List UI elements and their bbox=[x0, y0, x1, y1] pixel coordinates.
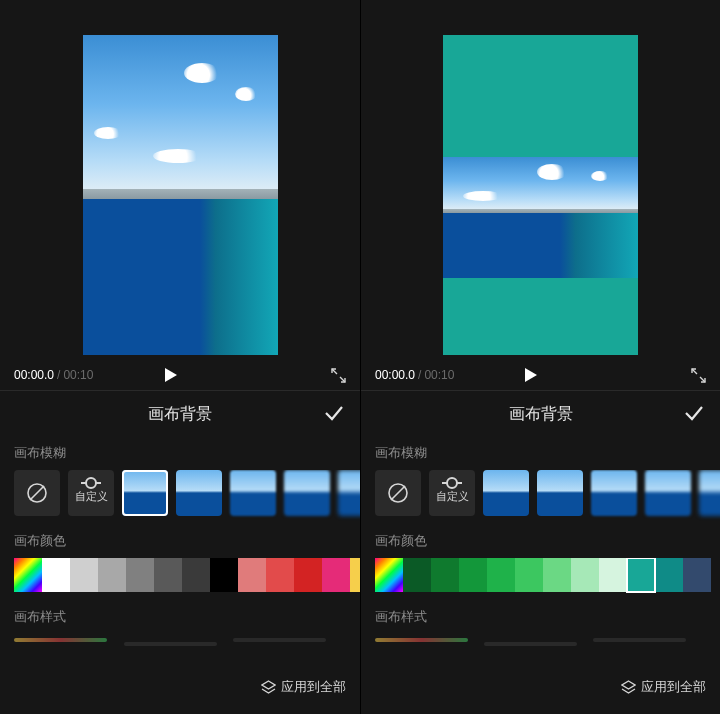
blur-custom-button[interactable]: 自定义 bbox=[68, 470, 114, 516]
panel-title: 画布背景 bbox=[509, 404, 573, 425]
preview-sky bbox=[443, 157, 638, 209]
blur-row: 自定义 bbox=[361, 470, 720, 526]
color-swatch[interactable] bbox=[627, 558, 655, 592]
section-style-label: 画布样式 bbox=[0, 602, 360, 634]
color-swatch[interactable] bbox=[459, 558, 487, 592]
blur-preset-4[interactable] bbox=[645, 470, 691, 516]
blur-row: 自定义 bbox=[0, 470, 360, 526]
color-swatch[interactable] bbox=[683, 558, 711, 592]
color-swatch[interactable] bbox=[403, 558, 431, 592]
section-color-label: 画布颜色 bbox=[361, 526, 720, 558]
color-swatch[interactable] bbox=[14, 558, 42, 592]
play-button[interactable] bbox=[161, 366, 179, 384]
time-current: 00:00.0 bbox=[14, 368, 54, 382]
video-preview bbox=[0, 0, 360, 360]
color-swatch[interactable] bbox=[210, 558, 238, 592]
blur-preset-5[interactable] bbox=[338, 470, 360, 516]
color-swatch[interactable] bbox=[126, 558, 154, 592]
color-swatch[interactable] bbox=[599, 558, 627, 592]
blur-custom-button[interactable]: 自定义 bbox=[429, 470, 475, 516]
section-blur-label: 画布模糊 bbox=[0, 438, 360, 470]
style-row[interactable] bbox=[0, 634, 360, 654]
transport-bar: 00:00.0 / 00:10 bbox=[0, 360, 360, 390]
panel-header: 画布背景 bbox=[361, 390, 720, 438]
panel-header: 画布背景 bbox=[0, 390, 360, 438]
section-style-label: 画布样式 bbox=[361, 602, 720, 634]
blur-preset-1[interactable] bbox=[122, 470, 168, 516]
blur-preset-4[interactable] bbox=[284, 470, 330, 516]
video-preview bbox=[361, 0, 720, 360]
style-row[interactable] bbox=[361, 634, 720, 654]
time-duration: 00:10 bbox=[63, 368, 93, 382]
layers-icon bbox=[261, 680, 276, 695]
blur-custom-label: 自定义 bbox=[436, 489, 469, 504]
color-swatch[interactable] bbox=[543, 558, 571, 592]
blur-preset-2[interactable] bbox=[537, 470, 583, 516]
color-swatch[interactable] bbox=[431, 558, 459, 592]
color-swatch[interactable] bbox=[294, 558, 322, 592]
color-swatch[interactable] bbox=[322, 558, 350, 592]
color-swatch[interactable] bbox=[182, 558, 210, 592]
color-swatch[interactable] bbox=[154, 558, 182, 592]
preview-sky bbox=[83, 35, 278, 189]
blur-none-button[interactable] bbox=[375, 470, 421, 516]
fullscreen-button[interactable] bbox=[331, 368, 346, 383]
layers-icon bbox=[621, 680, 636, 695]
color-swatch[interactable] bbox=[238, 558, 266, 592]
time-current: 00:00.0 bbox=[375, 368, 415, 382]
color-row-left bbox=[0, 558, 360, 602]
color-swatch[interactable] bbox=[571, 558, 599, 592]
section-color-label: 画布颜色 bbox=[0, 526, 360, 558]
color-swatch[interactable] bbox=[375, 558, 403, 592]
color-row-right bbox=[361, 558, 720, 602]
preview-sea bbox=[443, 209, 638, 278]
preview-clip bbox=[443, 157, 638, 279]
play-button[interactable] bbox=[521, 366, 539, 384]
left-pane: 00:00.0 / 00:10 画布背景 画布模糊 自定义 画布颜色 bbox=[0, 0, 360, 714]
apply-to-all-button[interactable]: 应用到全部 bbox=[621, 678, 706, 696]
color-swatch[interactable] bbox=[515, 558, 543, 592]
right-pane: 00:00.0 / 00:10 画布背景 画布模糊 自定义 画布颜色 bbox=[360, 0, 720, 714]
apply-to-all-button[interactable]: 应用到全部 bbox=[261, 678, 346, 696]
blur-preset-3[interactable] bbox=[591, 470, 637, 516]
confirm-button[interactable] bbox=[682, 401, 706, 429]
canvas-frame[interactable] bbox=[443, 35, 638, 355]
color-swatch[interactable] bbox=[42, 558, 70, 592]
blur-preset-2[interactable] bbox=[176, 470, 222, 516]
fullscreen-button[interactable] bbox=[691, 368, 706, 383]
color-swatch[interactable] bbox=[98, 558, 126, 592]
slider-icon bbox=[81, 482, 101, 484]
apply-to-all-label: 应用到全部 bbox=[641, 678, 706, 696]
apply-to-all-label: 应用到全部 bbox=[281, 678, 346, 696]
color-swatch[interactable] bbox=[266, 558, 294, 592]
blur-custom-label: 自定义 bbox=[75, 489, 108, 504]
preview-clip bbox=[83, 35, 278, 355]
color-swatch[interactable] bbox=[487, 558, 515, 592]
svg-line-1 bbox=[30, 486, 44, 500]
panel-title: 画布背景 bbox=[148, 404, 212, 425]
transport-bar: 00:00.0 / 00:10 bbox=[361, 360, 720, 390]
color-swatch[interactable] bbox=[655, 558, 683, 592]
blur-preset-1[interactable] bbox=[483, 470, 529, 516]
time-duration: 00:10 bbox=[424, 368, 454, 382]
section-blur-label: 画布模糊 bbox=[361, 438, 720, 470]
blur-none-button[interactable] bbox=[14, 470, 60, 516]
blur-preset-3[interactable] bbox=[230, 470, 276, 516]
confirm-button[interactable] bbox=[322, 401, 346, 429]
svg-line-3 bbox=[391, 486, 405, 500]
color-swatch[interactable] bbox=[350, 558, 360, 592]
preview-sea bbox=[83, 189, 278, 355]
slider-icon bbox=[442, 482, 462, 484]
canvas-frame[interactable] bbox=[83, 35, 278, 355]
color-swatch[interactable] bbox=[70, 558, 98, 592]
blur-preset-5[interactable] bbox=[699, 470, 720, 516]
